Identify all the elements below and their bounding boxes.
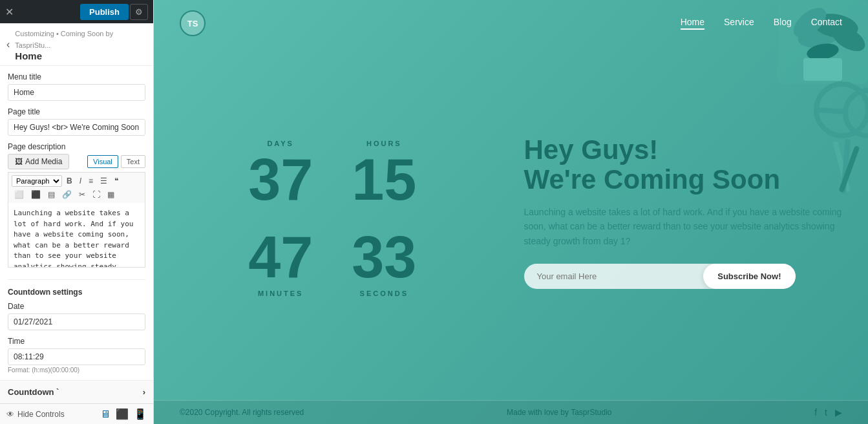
preview-nav: TS Home Service Blog Contact <box>154 0 868 47</box>
countdown-grid: DAYS 37 HOURS 15 47 MINUTES 3 <box>229 133 436 304</box>
days-value: 37 <box>248 151 313 209</box>
page-title-field: Page title <box>8 107 145 142</box>
countdown-display: DAYS 37 HOURS 15 47 MINUTES 3 <box>154 94 511 304</box>
email-input[interactable] <box>524 264 704 289</box>
publish-button[interactable]: Publish <box>80 4 129 20</box>
menu-title-input[interactable] <box>8 84 145 101</box>
close-button[interactable]: ✕ <box>5 6 14 18</box>
device-icons-group: 🖥 ⬛ 📱 <box>100 408 147 420</box>
countdown-minutes: 47 MINUTES <box>229 218 332 304</box>
date-field: Date <box>8 302 145 337</box>
facebook-icon[interactable]: f <box>814 407 817 418</box>
page-title-input[interactable] <box>8 119 145 136</box>
table-button[interactable]: ▦ <box>105 189 117 200</box>
eye-icon: 👁 <box>6 410 14 419</box>
link-button[interactable]: 🔗 <box>59 189 74 200</box>
nav-link-home[interactable]: Home <box>681 17 704 30</box>
footer-made-by: Made with love by TasprStudio <box>507 408 612 417</box>
visual-tab[interactable]: Visual <box>87 155 118 168</box>
unordered-list-button[interactable]: ☰ <box>98 175 110 187</box>
hero-content: DAYS 37 HOURS 15 47 MINUTES 3 <box>154 0 868 398</box>
add-media-label: Add Media <box>25 157 62 166</box>
left-panel: ✕ Publish ⚙ ‹ Customizing • Coming Soon … <box>0 0 154 424</box>
hero-heading: Hey Guys! We're Coming Soon <box>524 135 843 195</box>
align-right-button[interactable]: ▤ <box>45 189 58 200</box>
toolbar-row-2: ⬜ ⬛ ▤ 🔗 ✂ ⛶ ▦ <box>12 189 142 200</box>
menu-title-field: Menu title <box>8 72 145 107</box>
subscribe-button[interactable]: Subscribe Now! <box>703 264 795 289</box>
bold-button[interactable]: B <box>64 175 75 187</box>
italic-button[interactable]: I <box>77 175 84 187</box>
seconds-label: SECONDS <box>352 290 416 297</box>
breadcrumb-bar: ‹ Customizing • Coming Soon by TaspriStu… <box>0 23 153 66</box>
publish-gear-group: Publish ⚙ <box>80 4 148 20</box>
nav-link-contact[interactable]: Contact <box>811 17 842 30</box>
hero-right: Hey Guys! We're Coming Soon Launching a … <box>511 96 869 302</box>
add-media-button[interactable]: 🖼 Add Media <box>8 154 69 169</box>
time-input[interactable] <box>8 348 145 365</box>
back-button[interactable]: ‹ <box>6 39 10 50</box>
hero-heading-line2: We're Coming Soon <box>524 164 781 195</box>
mobile-icon[interactable]: 📱 <box>134 408 147 420</box>
countdown-seconds: 33 SECONDS <box>332 218 436 304</box>
fullscreen-button[interactable]: ⛶ <box>90 189 103 200</box>
panel-content: Menu title Page title Page description 🖼… <box>0 66 153 380</box>
nav-link-service[interactable]: Service <box>724 17 754 30</box>
editor-header-row: 🖼 Add Media Visual Text <box>8 154 145 169</box>
countdown-settings-section: Countdown settings Date Time Format: (h:… <box>8 279 145 380</box>
text-tab[interactable]: Text <box>121 155 145 168</box>
hours-value: 15 <box>352 151 416 209</box>
footer-copyright: ©2020 Copyright. All rights reserved <box>180 408 304 417</box>
unlink-button[interactable]: ✂ <box>76 189 88 200</box>
email-subscribe-form: Subscribe Now! <box>524 264 796 289</box>
date-input[interactable] <box>8 313 145 330</box>
hero-description: Launching a website takes a lot of hard … <box>524 205 843 248</box>
align-left-button[interactable]: ⬜ <box>12 189 26 200</box>
time-label: Time <box>8 337 145 346</box>
nav-logo: TS <box>180 10 206 36</box>
tablet-icon[interactable]: ⬛ <box>116 408 129 420</box>
countdown-hours: HOURS 15 <box>332 133 436 218</box>
gear-button[interactable]: ⚙ <box>130 4 148 20</box>
page-title-label: Page title <box>8 107 145 116</box>
preview-footer: ©2020 Copyright. All rights reserved Mad… <box>154 400 868 424</box>
menu-title-label: Menu title <box>8 72 145 81</box>
breadcrumb-title: Home <box>15 50 147 61</box>
ordered-list-button[interactable]: ≡ <box>86 175 96 187</box>
paragraph-select[interactable]: Paragraph <box>12 175 62 187</box>
nav-link-blog[interactable]: Blog <box>774 17 792 30</box>
blockquote-button[interactable]: ❝ <box>112 175 121 187</box>
visual-text-tabs: Visual Text <box>87 155 145 168</box>
breadcrumb-info: Customizing • Coming Soon by TaspriStu..… <box>15 27 147 61</box>
footer-social-icons: f t ▶ <box>814 407 842 418</box>
youtube-icon[interactable]: ▶ <box>835 407 842 418</box>
top-bar: ✕ Publish ⚙ <box>0 0 153 23</box>
desktop-icon[interactable]: 🖥 <box>100 408 111 420</box>
countdown-settings-heading: Countdown settings <box>8 288 145 297</box>
align-center-button[interactable]: ⬛ <box>28 189 43 200</box>
preview-wrapper: TS Home Service Blog Contact DAYS 37 <box>154 0 868 424</box>
bottom-bar: 👁 Hide Controls 🖥 ⬛ 📱 <box>0 403 153 424</box>
minutes-label: MINUTES <box>248 290 313 297</box>
chevron-down-icon: › <box>143 387 145 397</box>
hide-controls-button[interactable]: 👁 Hide Controls <box>6 410 65 419</box>
twitter-icon[interactable]: t <box>825 407 827 418</box>
hide-controls-label: Hide Controls <box>17 410 65 419</box>
time-field: Time Format: (h:ms)(00:00:00) <box>8 337 145 374</box>
editor-toolbar: Paragraph B I ≡ ☰ ❝ ⬜ ⬛ ▤ 🔗 ✂ ⛶ ▦ <box>8 172 145 203</box>
minutes-value: 47 <box>248 228 313 286</box>
right-preview: TS Home Service Blog Contact DAYS 37 <box>154 0 868 424</box>
page-desc-field: Page description 🖼 Add Media Visual Text… <box>8 142 145 277</box>
days-label: DAYS <box>248 140 313 147</box>
countdown-collapse-bar[interactable]: Countdown ` › <box>0 380 153 403</box>
toolbar-row-1: Paragraph B I ≡ ☰ ❝ <box>12 175 142 187</box>
description-editor[interactable]: Launching a website takes a lot of hard … <box>8 203 145 268</box>
nav-links: Home Service Blog Contact <box>681 17 842 30</box>
plus-icon: 🖼 <box>15 157 23 166</box>
hours-label: HOURS <box>352 140 416 147</box>
time-format-hint: Format: (h:ms)(00:00:00) <box>8 366 145 374</box>
countdown-days: DAYS 37 <box>229 133 332 218</box>
date-label: Date <box>8 302 145 311</box>
seconds-value: 33 <box>352 228 416 286</box>
countdown-bar-label: Countdown ` <box>8 387 59 397</box>
